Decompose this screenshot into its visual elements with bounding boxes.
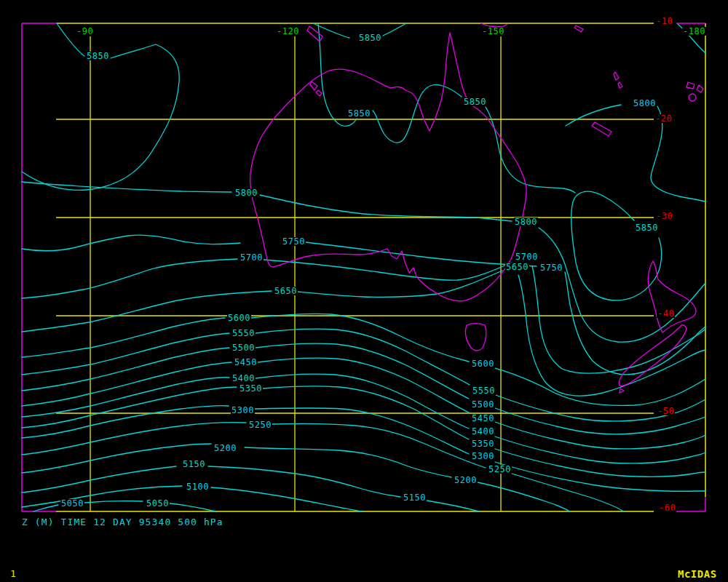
latitude-label: -20 [654,114,673,123]
contour-label: 5200 [454,476,478,485]
coast-island-a [310,81,317,90]
coast-vanuatu-a [614,72,619,80]
contour-label: 5800 [514,218,538,226]
contour-label: 5800 [234,188,258,197]
map-frame [22,23,705,511]
contour-label: 5300 [231,406,255,415]
coast-nz-north [648,261,696,332]
contour-5350 [22,386,705,477]
latitude-label: -60 [658,503,676,512]
coast-vanuatu-b [618,82,622,88]
contour-label: 5400 [232,374,256,383]
coast-solomons [574,25,583,32]
mcidas-display: 5850585058505850580058505800580057505700… [0,0,728,582]
latitude-label: -10 [655,17,673,25]
coastlines [250,23,703,393]
latitude-label: -40 [657,309,675,318]
contour-label: 5450 [234,358,258,367]
contour-label: 5700 [515,252,539,261]
longitude-label: -90 [76,27,94,36]
contour-label: 5850 [347,109,371,118]
contour-label: 5850 [463,97,487,106]
contour-label: 5300 [471,452,495,461]
contour-label: 5500 [232,343,256,352]
contour-label: 5600 [227,314,251,322]
longitude-label: -180 [682,27,706,36]
contour-5750 [22,235,705,375]
coast-fiji-b [689,94,696,101]
grid-lines [56,36,654,511]
coast-timor [307,26,323,41]
frame-number: 1 [10,568,16,579]
contour-label: 5850 [86,52,110,60]
map-canvas [0,0,728,582]
contour-label: 5750 [282,237,306,246]
coast-new-caledonia [592,122,612,136]
coast-fiji-a [687,82,695,89]
contour-label: 5750 [539,263,563,272]
contour-label: 5050 [60,499,84,508]
mcidas-logo: McIDAS [678,568,717,580]
latitude-label: -50 [657,407,675,415]
coast-tasmania [465,324,486,351]
contour-label: 5800 [633,99,657,108]
contour-label: 5100 [186,482,210,491]
contour-label: 5850 [358,33,382,42]
coast-fiji-c [697,85,703,92]
contour-5850-a [22,23,179,190]
contour-label: 5600 [471,359,495,368]
contour-5300 [22,406,705,492]
contour-5650 [22,271,705,396]
contour-lines [22,23,705,511]
contour-label: 5350 [471,439,495,448]
coast-stewart-island [620,388,624,393]
contour-label: 5150 [403,493,427,502]
contour-label: 5200 [213,444,237,453]
contour-label: 5550 [472,386,496,395]
contour-5600 [22,314,705,405]
contour-label: 5450 [471,414,495,423]
contour-label: 5850 [635,223,659,232]
contour-label: 5150 [182,460,206,469]
contour-label: 5050 [146,499,170,508]
longitude-label: -150 [481,27,505,36]
contour-label: 5250 [488,465,512,474]
contour-label: 5700 [240,253,264,262]
longitude-label: -120 [276,27,300,36]
contour-label: 5650 [274,287,298,295]
contour-label: 5500 [471,400,495,409]
latitude-label: -30 [655,212,673,220]
coast-island-b [316,90,322,96]
status-bar: Z (M) TIME 12 DAY 95340 500 hPa [22,517,223,527]
contour-label: 5550 [232,329,256,338]
contour-label: 5400 [471,427,495,436]
contour-5800-main [22,182,705,342]
contour-label: 5350 [239,384,263,393]
contour-label: 5250 [248,420,272,429]
contour-label: 5650 [505,263,529,271]
coast-australia [250,33,527,301]
contour-5250 [22,423,624,511]
